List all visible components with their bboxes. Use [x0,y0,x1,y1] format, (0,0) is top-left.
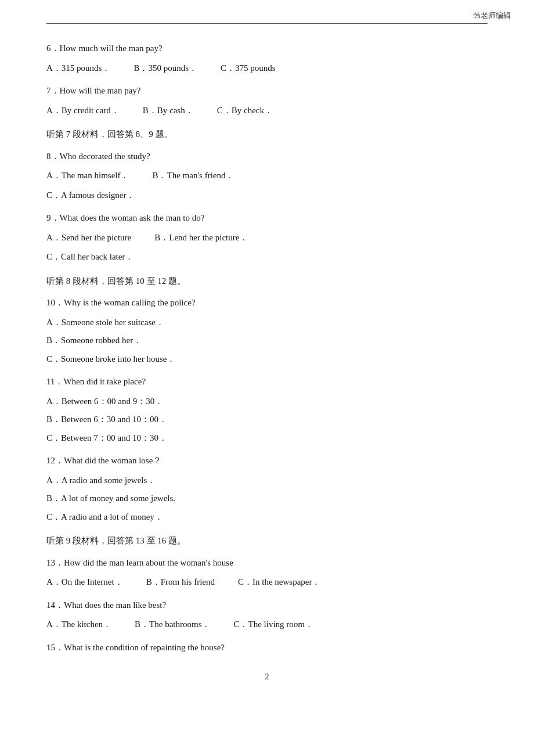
question-7: 7．How will the man pay? A．By credit card… [46,84,488,118]
q13-text: 13．How did the man learn about the woman… [46,556,488,571]
q12-option-a: A．A radio and some jewels． [46,473,488,488]
q6-options: A．315 pounds． B．350 pounds． C．375 pounds [46,61,488,76]
q8-option-c: C．A famous designer． [46,188,488,203]
q9-option-a: A．Send her the picture [46,231,131,246]
q7-option-a: A．By credit card． [46,103,120,118]
q9-option-b: B．Lend her the picture． [154,231,248,246]
q7-option-c: C．By check． [217,103,273,118]
question-8: 8．Who decorated the study? A．The man him… [46,149,488,203]
q11-text: 11．When did it take place? [46,375,488,390]
q10-option-b: B．Someone robbed her． [46,333,488,348]
q12-option-b: B．A lot of money and some jewels. [46,491,488,506]
q6-option-c: C．375 pounds [221,61,276,76]
q14-option-b: B．The bathrooms． [135,617,210,632]
q9-option-c: C．Call her back later． [46,250,488,265]
q10-text: 10．Why is the woman calling the police? [46,296,488,311]
q8-options-row1: A．The man himself． B．The man's friend． [46,168,488,183]
q7-options: A．By credit card． B．By cash． C．By check． [46,103,488,118]
q8-text: 8．Who decorated the study? [46,149,488,164]
q11-option-a: A．Between 6：00 and 9：30． [46,394,488,409]
q13-option-a: A．On the Internet． [46,575,123,590]
q12-option-c: C．A radio and a lot of money． [46,510,488,525]
question-6: 6．How much will the man pay? A．315 pound… [46,41,488,75]
q13-option-b: B．From his friend [146,575,215,590]
q9-options-row1: A．Send her the picture B．Lend her the pi… [46,231,488,246]
q7-option-b: B．By cash． [143,103,194,118]
q14-text: 14．What does the man like best? [46,598,488,613]
question-10: 10．Why is the woman calling the police? … [46,296,488,366]
question-9: 9．What does the woman ask the man to do?… [46,211,488,265]
q10-option-a: A．Someone stole her suitcase． [46,315,488,330]
question-12: 12．What did the woman lose？ A．A radio an… [46,453,488,524]
q7-text: 7．How will the man pay? [46,84,488,99]
question-11: 11．When did it take place? A．Between 6：0… [46,375,488,445]
q11-option-b: B．Between 6：30 and 10：00． [46,412,488,427]
top-divider [46,23,488,24]
q6-option-a: A．315 pounds． [46,61,110,76]
q12-text: 12．What did the woman lose？ [46,453,488,469]
q13-option-c: C．In the newspaper． [238,575,320,590]
q14-option-c: C．The living room． [233,617,313,632]
q14-option-a: A．The kitchen． [46,617,111,632]
question-13: 13．How did the man learn about the woman… [46,556,488,590]
section-7-header: 听第 7 段材料，回答第 8、9 题。 [46,127,488,142]
q11-option-c: C．Between 7：00 and 10：30． [46,431,488,446]
section-9-header: 听第 9 段材料，回答第 13 至 16 题。 [46,534,488,549]
question-14: 14．What does the man like best? A．The ki… [46,598,488,632]
q8-option-a: A．The man himself． [46,168,129,183]
q8-option-b: B．The man's friend． [152,168,234,183]
q9-text: 9．What does the woman ask the man to do? [46,211,488,226]
q6-text: 6．How much will the man pay? [46,41,488,56]
q15-text: 15．What is the condition of repainting t… [46,640,488,656]
q13-options: A．On the Internet． B．From his friend C．I… [46,575,488,590]
section-8-header: 听第 8 段材料，回答第 10 至 12 题。 [46,274,488,289]
q6-option-b: B．350 pounds． [134,61,197,76]
q10-option-c: C．Someone broke into her house． [46,352,488,367]
editor-label: 韩老师编辑 [473,10,511,21]
question-15: 15．What is the condition of repainting t… [46,640,488,656]
page-number: 2 [46,672,488,682]
q14-options: A．The kitchen． B．The bathrooms． C．The li… [46,617,488,632]
